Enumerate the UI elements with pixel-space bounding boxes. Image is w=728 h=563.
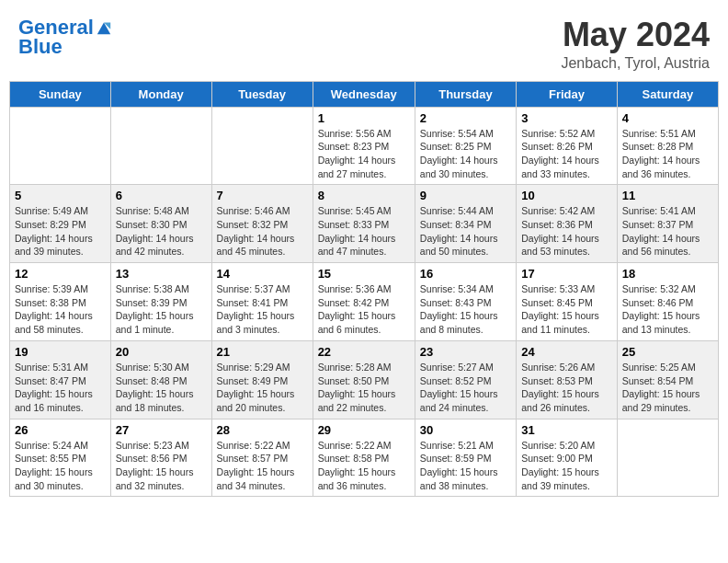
col-tuesday: Tuesday [211, 81, 313, 107]
day-number: 22 [318, 345, 410, 359]
calendar-cell: 27 Sunrise: 5:23 AMSunset: 8:56 PMDaylig… [110, 419, 211, 497]
day-number: 1 [318, 111, 410, 125]
calendar-week-2: 5 Sunrise: 5:49 AMSunset: 8:29 PMDayligh… [10, 185, 719, 263]
calendar-cell: 25 Sunrise: 5:25 AMSunset: 8:54 PMDaylig… [617, 340, 718, 419]
day-number: 28 [217, 423, 308, 437]
calendar-cell: 21 Sunrise: 5:29 AMSunset: 8:49 PMDaylig… [211, 340, 313, 419]
page-header: General Blue May 2024 Jenbach, Tyrol, Au… [9, 9, 719, 75]
calendar-cell: 14 Sunrise: 5:37 AMSunset: 8:41 PMDaylig… [211, 263, 313, 341]
day-number: 12 [15, 267, 106, 281]
day-info: Sunrise: 5:24 AMSunset: 8:55 PMDaylight:… [15, 439, 106, 493]
day-info: Sunrise: 5:25 AMSunset: 8:54 PMDaylight:… [622, 361, 713, 415]
day-info: Sunrise: 5:29 AMSunset: 8:49 PMDaylight:… [217, 361, 308, 415]
calendar-cell: 5 Sunrise: 5:49 AMSunset: 8:29 PMDayligh… [10, 185, 111, 263]
col-wednesday: Wednesday [313, 81, 415, 107]
day-number: 8 [318, 189, 410, 202]
day-number: 26 [15, 423, 106, 437]
calendar-cell: 29 Sunrise: 5:22 AMSunset: 8:58 PMDaylig… [313, 419, 415, 497]
day-info: Sunrise: 5:49 AMSunset: 8:29 PMDaylight:… [15, 204, 106, 259]
col-saturday: Saturday [617, 81, 718, 107]
day-info: Sunrise: 5:28 AMSunset: 8:50 PMDaylight:… [318, 361, 410, 415]
day-number: 13 [116, 267, 207, 281]
day-info: Sunrise: 5:41 AMSunset: 8:37 PMDaylight:… [622, 204, 713, 259]
calendar-week-3: 12 Sunrise: 5:39 AMSunset: 8:38 PMDaylig… [10, 263, 719, 341]
calendar-cell: 18 Sunrise: 5:32 AMSunset: 8:46 PMDaylig… [617, 263, 718, 341]
calendar-cell [110, 107, 211, 185]
day-info: Sunrise: 5:32 AMSunset: 8:46 PMDaylight:… [622, 282, 713, 337]
day-number: 30 [420, 423, 511, 437]
calendar-cell: 10 Sunrise: 5:42 AMSunset: 8:36 PMDaylig… [517, 185, 618, 263]
day-number: 11 [622, 189, 713, 202]
day-number: 25 [622, 345, 713, 359]
calendar-cell [10, 107, 111, 185]
day-number: 23 [420, 345, 511, 359]
day-info: Sunrise: 5:20 AMSunset: 9:00 PMDaylight:… [521, 439, 612, 493]
day-number: 3 [521, 111, 612, 125]
day-number: 5 [15, 189, 106, 202]
day-info: Sunrise: 5:56 AMSunset: 8:23 PMDaylight:… [318, 127, 410, 181]
day-info: Sunrise: 5:38 AMSunset: 8:39 PMDaylight:… [116, 282, 207, 337]
day-number: 19 [15, 345, 106, 359]
day-number: 14 [217, 267, 308, 281]
calendar-cell: 15 Sunrise: 5:36 AMSunset: 8:42 PMDaylig… [313, 263, 415, 341]
col-friday: Friday [517, 81, 618, 107]
day-info: Sunrise: 5:44 AMSunset: 8:34 PMDaylight:… [420, 204, 511, 259]
calendar-cell [617, 419, 718, 497]
calendar-week-4: 19 Sunrise: 5:31 AMSunset: 8:47 PMDaylig… [10, 340, 719, 419]
calendar-cell: 4 Sunrise: 5:51 AMSunset: 8:28 PMDayligh… [617, 107, 718, 185]
day-info: Sunrise: 5:54 AMSunset: 8:25 PMDaylight:… [420, 127, 511, 181]
day-info: Sunrise: 5:37 AMSunset: 8:41 PMDaylight:… [217, 282, 308, 337]
day-number: 7 [217, 189, 308, 202]
calendar-cell: 26 Sunrise: 5:24 AMSunset: 8:55 PMDaylig… [10, 419, 111, 497]
day-number: 9 [420, 189, 511, 202]
location-title: Jenbach, Tyrol, Austria [561, 55, 710, 72]
title-block: May 2024 Jenbach, Tyrol, Austria [561, 17, 710, 72]
day-info: Sunrise: 5:46 AMSunset: 8:32 PMDaylight:… [217, 204, 308, 259]
day-info: Sunrise: 5:30 AMSunset: 8:48 PMDaylight:… [116, 361, 207, 415]
day-info: Sunrise: 5:42 AMSunset: 8:36 PMDaylight:… [521, 204, 612, 259]
day-number: 29 [318, 423, 410, 437]
calendar-cell: 19 Sunrise: 5:31 AMSunset: 8:47 PMDaylig… [10, 340, 111, 419]
calendar-cell: 1 Sunrise: 5:56 AMSunset: 8:23 PMDayligh… [313, 107, 415, 185]
day-info: Sunrise: 5:31 AMSunset: 8:47 PMDaylight:… [15, 361, 106, 415]
day-number: 18 [622, 267, 713, 281]
calendar-cell: 6 Sunrise: 5:48 AMSunset: 8:30 PMDayligh… [110, 185, 211, 263]
day-number: 15 [318, 267, 410, 281]
day-info: Sunrise: 5:52 AMSunset: 8:26 PMDaylight:… [521, 127, 612, 181]
day-info: Sunrise: 5:23 AMSunset: 8:56 PMDaylight:… [116, 439, 207, 493]
day-number: 2 [420, 111, 511, 125]
calendar-cell: 31 Sunrise: 5:20 AMSunset: 9:00 PMDaylig… [517, 419, 618, 497]
col-sunday: Sunday [10, 81, 111, 107]
day-info: Sunrise: 5:21 AMSunset: 8:59 PMDaylight:… [420, 439, 511, 493]
day-info: Sunrise: 5:51 AMSunset: 8:28 PMDaylight:… [622, 127, 713, 181]
calendar-cell: 24 Sunrise: 5:26 AMSunset: 8:53 PMDaylig… [517, 340, 618, 419]
col-monday: Monday [110, 81, 211, 107]
col-thursday: Thursday [415, 81, 516, 107]
calendar-cell: 8 Sunrise: 5:45 AMSunset: 8:33 PMDayligh… [313, 185, 415, 263]
day-number: 16 [420, 267, 511, 281]
calendar-cell: 28 Sunrise: 5:22 AMSunset: 8:57 PMDaylig… [211, 419, 313, 497]
logo-icon [96, 19, 112, 36]
day-info: Sunrise: 5:33 AMSunset: 8:45 PMDaylight:… [521, 282, 612, 337]
calendar-cell: 23 Sunrise: 5:27 AMSunset: 8:52 PMDaylig… [415, 340, 516, 419]
calendar-cell: 11 Sunrise: 5:41 AMSunset: 8:37 PMDaylig… [617, 185, 718, 263]
calendar-cell: 3 Sunrise: 5:52 AMSunset: 8:26 PMDayligh… [517, 107, 618, 185]
day-number: 6 [116, 189, 207, 202]
day-info: Sunrise: 5:36 AMSunset: 8:42 PMDaylight:… [318, 282, 410, 337]
calendar-cell: 13 Sunrise: 5:38 AMSunset: 8:39 PMDaylig… [110, 263, 211, 341]
calendar-week-5: 26 Sunrise: 5:24 AMSunset: 8:55 PMDaylig… [10, 419, 719, 497]
day-number: 17 [521, 267, 612, 281]
calendar-table: Sunday Monday Tuesday Wednesday Thursday… [9, 81, 719, 498]
logo: General Blue [18, 17, 112, 59]
day-number: 10 [521, 189, 612, 202]
day-number: 21 [217, 345, 308, 359]
calendar-cell: 7 Sunrise: 5:46 AMSunset: 8:32 PMDayligh… [211, 185, 313, 263]
month-title: May 2024 [561, 17, 710, 53]
day-info: Sunrise: 5:22 AMSunset: 8:57 PMDaylight:… [217, 439, 308, 493]
calendar-cell: 2 Sunrise: 5:54 AMSunset: 8:25 PMDayligh… [415, 107, 516, 185]
day-number: 24 [521, 345, 612, 359]
day-number: 20 [116, 345, 207, 359]
calendar-header-row: Sunday Monday Tuesday Wednesday Thursday… [10, 81, 719, 107]
calendar-cell: 30 Sunrise: 5:21 AMSunset: 8:59 PMDaylig… [415, 419, 516, 497]
day-number: 27 [116, 423, 207, 437]
